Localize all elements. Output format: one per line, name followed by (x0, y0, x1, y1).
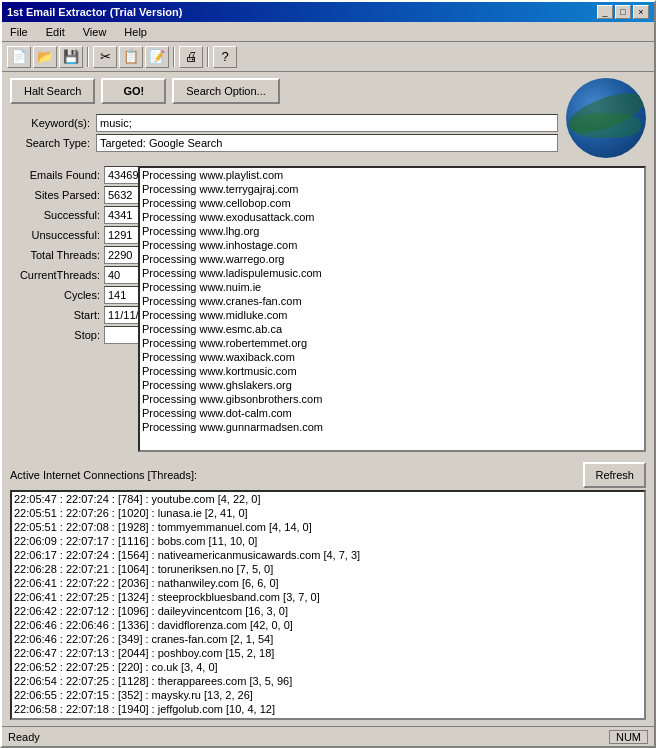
title-bar-buttons: _ □ × (597, 5, 649, 19)
maximize-button[interactable]: □ (615, 5, 631, 19)
connection-entry: 22:05:51 : 22:07:26 : [1020] : lunasa.ie… (12, 506, 644, 520)
log-entry: Processing www.nuim.ie (140, 280, 644, 294)
status-bar: Ready NUM (2, 726, 654, 746)
refresh-button[interactable]: Refresh (583, 462, 646, 488)
stat-unsuccessful: Unsuccessful: (10, 226, 130, 244)
connection-entry: 22:06:09 : 22:07:17 : [1116] : bobs.com … (12, 534, 644, 548)
log-entry: Processing www.ghslakers.org (140, 378, 644, 392)
stat-successful: Successful: (10, 206, 130, 224)
log-entry: Processing www.ladispulemusic.com (140, 266, 644, 280)
help-button[interactable]: ? (213, 46, 237, 68)
save-button[interactable]: 💾 (59, 46, 83, 68)
stat-total-threads: Total Threads: (10, 246, 130, 264)
log-entry: Processing www.gunnarmadsen.com (140, 420, 644, 434)
connection-entry: 22:06:47 : 22:07:13 : [2044] : poshboy.c… (12, 646, 644, 660)
keyword-label: Keyword(s): (10, 117, 90, 129)
search-option-button[interactable]: Search Option... (172, 78, 280, 104)
stat-label-total-threads: Total Threads: (10, 249, 100, 261)
stat-cycles: Cycles: (10, 286, 130, 304)
connection-entry: 22:06:28 : 22:07:21 : [1064] : torunerik… (12, 562, 644, 576)
halt-search-button[interactable]: Halt Search (10, 78, 95, 104)
log-entry: Processing www.lhg.org (140, 224, 644, 238)
keyword-row: Keyword(s): (10, 114, 558, 132)
connection-entry: 22:06:54 : 22:07:25 : [1128] : therappar… (12, 674, 644, 688)
log-entry: Processing www.dot-calm.com (140, 406, 644, 420)
go-button[interactable]: GO! (101, 78, 166, 104)
log-panel: Processing www.playlist.comProcessing ww… (138, 166, 646, 452)
keyword-input[interactable] (96, 114, 558, 132)
stat-label-unsuccessful: Unsuccessful: (10, 229, 100, 241)
connection-entry: 22:06:58 : 22:07:18 : [1940] : jeffgolub… (12, 702, 644, 716)
status-num: NUM (609, 730, 648, 744)
connection-entry: 22:05:51 : 22:07:08 : [1928] : tommyemma… (12, 520, 644, 534)
menu-bar: File Edit View Help (2, 22, 654, 42)
log-entry: Processing www.esmc.ab.ca (140, 322, 644, 336)
connection-entry: 22:06:17 : 22:07:24 : [1564] : nativeame… (12, 548, 644, 562)
search-type-label: Search Type: (10, 137, 90, 149)
paste-button[interactable]: 📝 (145, 46, 169, 68)
close-button[interactable]: × (633, 5, 649, 19)
toolbar-separator-3 (207, 47, 209, 67)
connection-entry: 22:07:00 : 22:07:23 : [1648] : spoonreco… (12, 716, 644, 720)
search-type-row: Search Type: (10, 134, 558, 152)
connection-entry: 22:06:41 : 22:07:22 : [2036] : nathanwil… (12, 576, 644, 590)
open-button[interactable]: 📂 (33, 46, 57, 68)
search-type-input[interactable] (96, 134, 558, 152)
connection-entry: 22:06:46 : 22:07:26 : [349] : cranes-fan… (12, 632, 644, 646)
stat-start: Start: (10, 306, 130, 324)
stat-label-emails: Emails Found: (10, 169, 100, 181)
log-entry: Processing www.robertemmet.org (140, 336, 644, 350)
log-entry: Processing www.cranes-fan.com (140, 294, 644, 308)
connections-label: Active Internet Connections [Threads]: (10, 469, 197, 481)
window-title: 1st Email Extractor (Trial Version) (7, 6, 182, 18)
log-entry: Processing www.kortmusic.com (140, 364, 644, 378)
globe-image (566, 78, 646, 158)
connections-section: Active Internet Connections [Threads]: R… (10, 462, 646, 720)
log-entry: Processing www.gibsonbrothers.com (140, 392, 644, 406)
stat-current-threads: CurrentThreads: (10, 266, 130, 284)
form-section: Keyword(s): Search Type: (10, 114, 558, 152)
minimize-button[interactable]: _ (597, 5, 613, 19)
top-section: Halt Search GO! Search Option... Keyword… (10, 78, 646, 158)
stat-label-start: Start: (10, 309, 100, 321)
main-window: 1st Email Extractor (Trial Version) _ □ … (0, 0, 656, 748)
connection-entry: 22:05:47 : 22:07:24 : [784] : youtube.co… (12, 492, 644, 506)
print-button[interactable]: 🖨 (179, 46, 203, 68)
toolbar-separator (87, 47, 89, 67)
connection-entry: 22:06:42 : 22:07:12 : [1096] : daileyvin… (12, 604, 644, 618)
menu-view[interactable]: View (79, 25, 111, 39)
log-box[interactable]: Processing www.playlist.comProcessing ww… (138, 166, 646, 452)
stat-label-sites: Sites Parsed: (10, 189, 100, 201)
log-entry: Processing www.cellobop.com (140, 196, 644, 210)
connections-header: Active Internet Connections [Threads]: R… (10, 462, 646, 488)
log-entry: Processing www.midluke.com (140, 308, 644, 322)
stat-label-stop: Stop: (10, 329, 100, 341)
copy-button[interactable]: 📋 (119, 46, 143, 68)
log-entry: Processing www.inhostage.com (140, 238, 644, 252)
log-entry: Processing www.terrygajraj.com (140, 182, 644, 196)
title-bar: 1st Email Extractor (Trial Version) _ □ … (2, 2, 654, 22)
connection-entry: 22:06:55 : 22:07:15 : [352] : maysky.ru … (12, 688, 644, 702)
connection-entry: 22:06:41 : 22:07:25 : [1324] : steeprock… (12, 590, 644, 604)
stat-label-cycles: Cycles: (10, 289, 100, 301)
menu-edit[interactable]: Edit (42, 25, 69, 39)
stat-emails-found: Emails Found: (10, 166, 130, 184)
stat-sites-parsed: Sites Parsed: (10, 186, 130, 204)
toolbar: 📄 📂 💾 ✂ 📋 📝 🖨 ? (2, 42, 654, 72)
stat-label-current-threads: CurrentThreads: (10, 269, 100, 281)
stats-panel: Emails Found: Sites Parsed: Successful: … (10, 166, 130, 452)
log-entry: Processing www.waxiback.com (140, 350, 644, 364)
new-button[interactable]: 📄 (7, 46, 31, 68)
log-entry: Processing www.exodusattack.com (140, 210, 644, 224)
stats-and-log: Emails Found: Sites Parsed: Successful: … (10, 166, 646, 452)
menu-file[interactable]: File (6, 25, 32, 39)
connection-entry: 22:06:52 : 22:07:25 : [220] : co.uk [3, … (12, 660, 644, 674)
cut-button[interactable]: ✂ (93, 46, 117, 68)
control-buttons: Halt Search GO! Search Option... (10, 78, 558, 104)
connections-box[interactable]: 22:05:47 : 22:07:24 : [784] : youtube.co… (10, 490, 646, 720)
log-entry: Processing www.warrego.org (140, 252, 644, 266)
menu-help[interactable]: Help (120, 25, 151, 39)
connection-entry: 22:06:46 : 22:06:46 : [1336] : davidflor… (12, 618, 644, 632)
stat-label-successful: Successful: (10, 209, 100, 221)
toolbar-separator-2 (173, 47, 175, 67)
